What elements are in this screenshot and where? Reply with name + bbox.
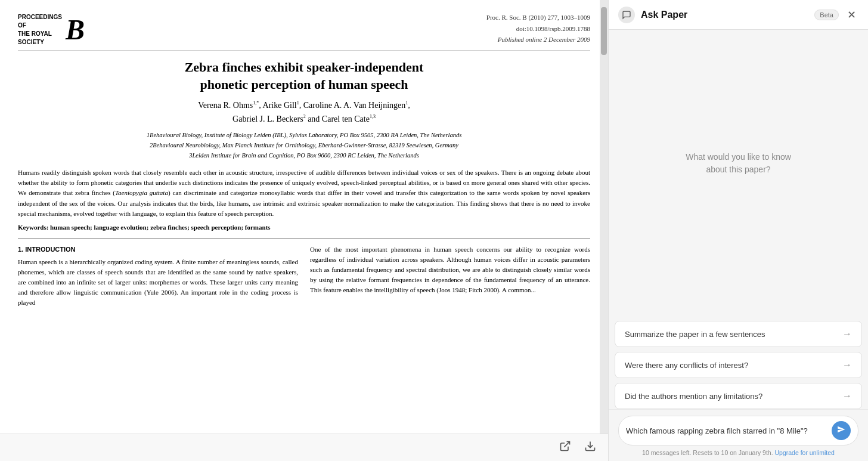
- affiliation-1: 1Behavioural Biology, Institute of Biolo…: [18, 131, 590, 141]
- pdf-content[interactable]: PROCEEDINGS OF THE ROYAL SOCIETY B Proc.…: [0, 0, 608, 434]
- suggestion-summarize-arrow: →: [842, 329, 852, 339]
- affiliation-2: 2Behavioural Neurobiology, Max Planck In…: [18, 141, 590, 151]
- download-icon: [584, 440, 596, 455]
- scrollbar-thumb[interactable]: [601, 7, 607, 55]
- section1-heading: 1. INTRODUCTION: [18, 245, 298, 255]
- send-button[interactable]: [832, 421, 851, 440]
- suggestion-conflicts-label: Were there any conflicts of interest?: [625, 361, 748, 370]
- journal-logo-text: PROCEEDINGS OF THE ROYAL SOCIETY: [18, 13, 62, 47]
- ask-header: Ask Paper Beta ✕: [609, 0, 868, 30]
- suggestion-conflicts-arrow: →: [842, 360, 852, 370]
- journal-of: OF: [18, 21, 62, 30]
- journal-the-royal: THE ROYAL: [18, 30, 62, 38]
- ask-body: What would you like to knowabout this pa…: [609, 30, 868, 321]
- ask-panel-title: Ask Paper: [641, 10, 808, 20]
- col-left: 1. INTRODUCTION Human speech is a hierar…: [18, 245, 298, 308]
- ask-input-row: [618, 416, 858, 445]
- footer-note: 10 messages left. Resets to 10 on Januar…: [618, 449, 858, 456]
- paper-affiliations: 1Behavioural Biology, Institute of Biolo…: [18, 131, 590, 160]
- ask-panel: Ask Paper Beta ✕ What would you like to …: [608, 0, 868, 461]
- external-link-icon: [559, 440, 571, 455]
- col-right: One of the most important phenomena in h…: [310, 245, 590, 308]
- two-col-section: 1. INTRODUCTION Human speech is a hierar…: [18, 245, 590, 308]
- paper-title-section: Zebra finches exhibit speaker-independen…: [18, 59, 590, 160]
- beta-badge: Beta: [814, 10, 839, 20]
- pdf-footer: [0, 434, 608, 461]
- section1-col2-text: One of the most important phenomena in h…: [310, 245, 590, 295]
- suggestion-limitations[interactable]: Did the authors mention any limitations?…: [615, 383, 862, 409]
- citation-published: Published online 2 December 2009: [486, 34, 590, 45]
- ask-input[interactable]: [626, 426, 827, 435]
- section-divider: [18, 238, 590, 239]
- paper-citation: Proc. R. Soc. B (2010) 277, 1003–1009 do…: [486, 12, 590, 45]
- journal-society: SOCIETY: [18, 38, 62, 47]
- download-button[interactable]: [582, 438, 599, 457]
- pdf-scrollbar[interactable]: [600, 0, 608, 434]
- ask-paper-icon: [618, 7, 635, 23]
- close-button[interactable]: ✕: [845, 6, 858, 24]
- paper-keywords: Keywords: human speech; language evoluti…: [18, 224, 590, 231]
- external-link-button[interactable]: [557, 438, 574, 457]
- affiliation-3: 3Leiden Institute for Brain and Cognitio…: [18, 151, 590, 161]
- svg-line-0: [564, 442, 569, 447]
- suggestion-limitations-arrow: →: [842, 391, 852, 401]
- citation-ref: Proc. R. Soc. B (2010) 277, 1003–1009: [486, 12, 590, 23]
- journal-proceedings: PROCEEDINGS: [18, 13, 62, 21]
- ask-footer: 10 messages left. Resets to 10 on Januar…: [609, 409, 868, 461]
- messages-left-text: 10 messages left. Resets to 10 on Januar…: [642, 449, 773, 456]
- citation-doi: doi:10.1098/rspb.2009.1788: [486, 23, 590, 35]
- paper-abstract: Humans readily distinguish spoken words …: [18, 168, 590, 218]
- upgrade-link[interactable]: Upgrade for unlimited: [775, 449, 835, 456]
- paper-title: Zebra finches exhibit speaker-independen…: [18, 59, 590, 93]
- suggestions-list: Summarize the paper in a few sentences →…: [609, 321, 868, 409]
- pdf-panel: PROCEEDINGS OF THE ROYAL SOCIETY B Proc.…: [0, 0, 608, 461]
- keywords-label: Keywords:: [18, 224, 50, 231]
- paper-header: PROCEEDINGS OF THE ROYAL SOCIETY B Proc.…: [18, 12, 590, 51]
- journal-logo-b: B: [66, 16, 85, 44]
- close-icon: ✕: [847, 9, 856, 21]
- paper-authors: Verena R. Ohms1,*, Arike Gill1, Caroline…: [18, 99, 590, 126]
- suggestion-summarize[interactable]: Summarize the paper in a few sentences →: [615, 321, 862, 347]
- ask-prompt-text: What would you like to knowabout this pa…: [686, 151, 791, 176]
- keywords-values: human speech; language evolution; zebra …: [50, 224, 271, 231]
- send-icon: [837, 425, 845, 436]
- suggestion-summarize-label: Summarize the paper in a few sentences: [625, 330, 765, 339]
- suggestion-conflicts[interactable]: Were there any conflicts of interest? →: [615, 352, 862, 378]
- section1-col1-text: Human speech is a hierarchically organiz…: [18, 257, 298, 308]
- suggestion-limitations-label: Did the authors mention any limitations?: [625, 392, 762, 401]
- journal-logo: PROCEEDINGS OF THE ROYAL SOCIETY B: [18, 13, 85, 47]
